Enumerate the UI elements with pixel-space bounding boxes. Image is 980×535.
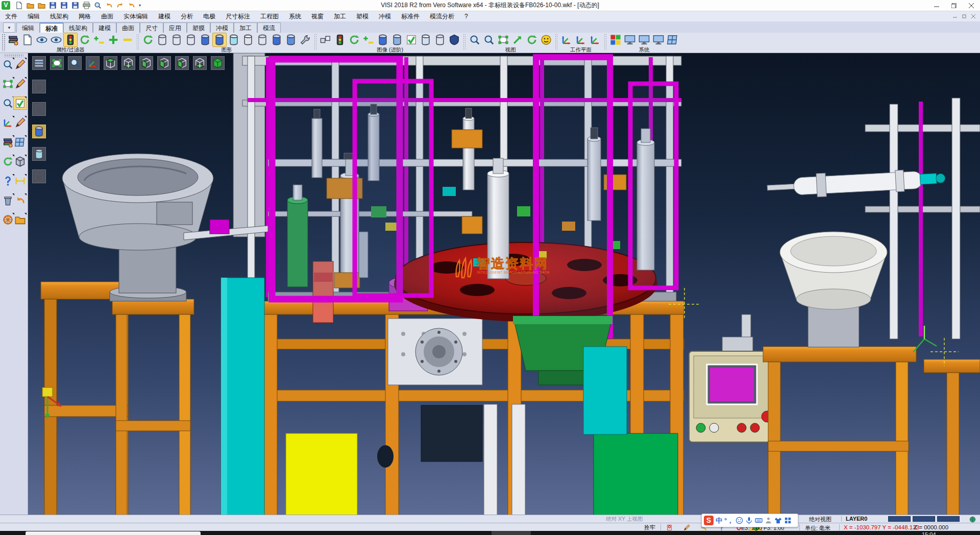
view-axes-icon[interactable] — [86, 56, 100, 70]
undo-gray-icon[interactable] — [14, 194, 26, 206]
quickbar-options-caret[interactable]: ▾ — [139, 3, 141, 8]
tab-application[interactable]: 应用 — [163, 22, 187, 33]
menu-machining[interactable]: 加工 — [329, 11, 351, 22]
view-iso-icon[interactable] — [211, 56, 225, 70]
transparent-style-icon[interactable] — [227, 33, 241, 47]
refresh-visibility-icon[interactable] — [78, 33, 92, 47]
monitor-close-icon[interactable] — [651, 33, 666, 47]
layer-panes-icon[interactable] — [14, 136, 26, 148]
sketch-curve-icon[interactable] — [14, 78, 26, 90]
shade-hidden-line-icon[interactable] — [32, 102, 46, 116]
minimize-button[interactable] — [928, 0, 945, 11]
show-add-icon[interactable] — [35, 33, 49, 47]
hide-remove-icon[interactable] — [49, 33, 63, 47]
navigation-wheel-icon[interactable] — [2, 213, 14, 226]
print-icon[interactable] — [81, 1, 91, 10]
monitor-target-icon[interactable] — [637, 33, 651, 47]
mdi-minimize-button[interactable] — [950, 13, 960, 20]
regen-graphics-icon[interactable] — [141, 33, 155, 47]
open-icon[interactable] — [25, 1, 35, 10]
ime-emoji-icon[interactable] — [736, 517, 743, 524]
dock-grip[interactable] — [4, 54, 23, 57]
toolbar-grip[interactable] — [2, 34, 5, 51]
menu-modeling[interactable]: 建模 — [153, 11, 176, 22]
flat-style-icon[interactable] — [241, 33, 255, 47]
menu-mold[interactable]: 塑模 — [351, 11, 374, 22]
save-all-icon[interactable] — [70, 1, 80, 10]
clipboard-icon[interactable] — [664, 524, 675, 531]
edit-delete-icon[interactable] — [14, 58, 26, 70]
menu-system[interactable]: 系统 — [284, 11, 306, 22]
tab-mold[interactable]: 塑膜 — [187, 22, 210, 33]
filter-traffic-light-icon[interactable] — [63, 33, 78, 47]
repeat-icon[interactable] — [126, 1, 136, 10]
hide-all-icon[interactable] — [120, 33, 135, 47]
regen-icon[interactable] — [2, 155, 14, 167]
menu-standard-parts[interactable]: 标准件 — [396, 11, 425, 22]
ime-toolbar[interactable]: S 中 °， — [701, 514, 798, 527]
workplane-align-icon[interactable] — [574, 33, 588, 47]
solid-cube-icon[interactable] — [14, 155, 26, 167]
zoom-selected-icon[interactable] — [482, 33, 496, 47]
show-solids-icon[interactable] — [318, 33, 333, 47]
solids-toggle-icon[interactable] — [361, 33, 376, 47]
menu-file[interactable]: 文件 — [0, 11, 22, 22]
view-back-icon[interactable] — [193, 56, 207, 70]
ime-keyboard-icon[interactable] — [755, 517, 763, 524]
hidden-line-style-icon[interactable] — [169, 33, 184, 47]
solid-validate-icon[interactable] — [404, 33, 419, 47]
ime-language-toggle[interactable]: 中 — [716, 516, 722, 525]
taskbar-hover-segment[interactable] — [492, 531, 531, 535]
absolute-view-label[interactable]: 绝对视图 — [809, 516, 831, 523]
menu-edit[interactable]: 编辑 — [22, 11, 45, 22]
menu-stamping[interactable]: 冲模 — [374, 11, 396, 22]
save-as-icon[interactable] — [59, 1, 69, 10]
view-top-icon[interactable] — [104, 56, 117, 70]
viewport-3d[interactable]: 智造资料网 INTELLIGENT MANUFACTURING DATA — [28, 53, 980, 515]
shade-settings-icon[interactable] — [298, 33, 312, 47]
wireframe-style-icon[interactable] — [155, 33, 169, 47]
shaded-active-style-icon[interactable] — [212, 33, 227, 47]
preview-icon[interactable] — [92, 1, 103, 10]
solids-refresh-icon[interactable] — [347, 33, 361, 47]
tab-edit[interactable]: 编辑 — [16, 22, 40, 33]
shade-wireframe-icon[interactable] — [32, 80, 46, 93]
help-question-icon[interactable] — [2, 175, 14, 187]
menu-wireframe[interactable]: 线架构 — [45, 11, 74, 22]
menu-drawing[interactable]: 工程图 — [255, 11, 284, 22]
attributes-books-icon[interactable] — [2, 136, 14, 148]
ime-punctuation-toggle[interactable]: °， — [724, 516, 733, 525]
show-all-icon[interactable] — [106, 33, 120, 47]
view-rotate-icon[interactable] — [525, 33, 539, 47]
delete-trash-icon[interactable] — [2, 194, 14, 206]
validate-check-icon[interactable] — [14, 97, 26, 109]
solid-shaded-icon[interactable] — [376, 33, 390, 47]
menu-electrode[interactable]: 电极 — [198, 11, 220, 22]
solid-striped-icon[interactable] — [390, 33, 404, 47]
menu-help[interactable]: ? — [459, 12, 473, 21]
toggle-visibility-icon[interactable] — [92, 33, 106, 47]
menu-flow-analysis[interactable]: 模流分析 — [425, 11, 459, 22]
import-folder-icon[interactable] — [14, 213, 26, 226]
tab-stamping[interactable]: 冲模 — [210, 22, 234, 33]
zoom-solid-icon[interactable] — [2, 97, 14, 109]
menu-solid-edit[interactable]: 实体编辑 — [118, 11, 153, 22]
restore-button[interactable] — [945, 0, 963, 11]
sogou-logo-icon[interactable]: S — [704, 516, 714, 525]
menu-window[interactable]: 视窗 — [306, 11, 329, 22]
ime-toolbox-icon[interactable] — [784, 517, 792, 524]
shade-copy-icon[interactable] — [284, 33, 298, 47]
lock-label[interactable]: 拴牢 — [644, 524, 655, 531]
solid-wire-icon[interactable] — [433, 33, 447, 47]
dimension-icon[interactable] — [14, 175, 26, 187]
shaded-style-icon[interactable] — [198, 33, 212, 47]
ime-mic-icon[interactable] — [745, 517, 753, 524]
perspective-grid-icon[interactable] — [666, 33, 680, 47]
zoom-window-icon[interactable] — [2, 78, 14, 90]
mdi-restore-button[interactable] — [960, 13, 969, 20]
monitor-icon[interactable] — [623, 33, 637, 47]
workplane-axes-icon[interactable] — [559, 33, 574, 47]
property-inspect-icon[interactable] — [20, 33, 35, 47]
workplane-edit-icon[interactable] — [588, 33, 602, 47]
tab-surface[interactable]: 曲面 — [116, 22, 140, 33]
